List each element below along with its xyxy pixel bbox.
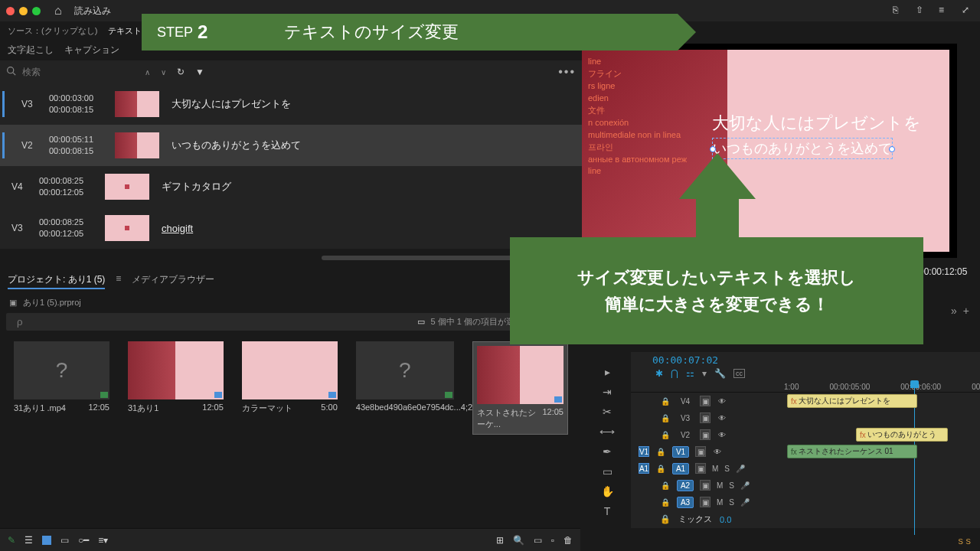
loading-label[interactable]: 読み込み <box>74 5 111 18</box>
clip[interactable]: fxネストされたシーケンス 01 <box>787 445 917 458</box>
sort-icon[interactable]: ≡▾ <box>98 535 108 546</box>
mute-icon[interactable]: ▣ <box>700 497 710 507</box>
track-header[interactable]: 🔒V4▣👁 <box>631 393 784 409</box>
fullscreen-icon[interactable]: ⤢ <box>962 5 974 17</box>
lock-icon[interactable]: 🔒 <box>660 396 671 406</box>
close-icon[interactable] <box>6 7 15 15</box>
lock-icon[interactable]: 🔒 <box>660 480 671 491</box>
add-icon[interactable]: + <box>963 305 969 317</box>
project-tab[interactable]: プロジェクト: あり1 (5) <box>8 273 105 289</box>
marker-icon[interactable]: ▾ <box>702 368 707 379</box>
home-icon[interactable]: ⌂ <box>54 4 62 18</box>
tab-menu-icon[interactable]: ≡ <box>116 273 121 289</box>
bin-item[interactable]: ? 31あり1 .mp412:05 <box>14 341 109 414</box>
type-tool-icon[interactable]: T <box>604 505 611 517</box>
text-line-1[interactable]: 大切な人にはプレゼントを <box>712 111 921 135</box>
track-header[interactable]: 🔒V2▣👁 <box>631 426 784 443</box>
caption-row[interactable]: V3 00:00:08:2500:00:12:05 choigift <box>0 207 582 249</box>
export-icon[interactable]: ⎘ <box>893 5 905 17</box>
mix-value[interactable]: 0.0 <box>720 515 731 524</box>
bin-item[interactable]: カラーマット5:00 <box>242 341 338 414</box>
bin-item[interactable]: ネストされたシーケ...12:05 <box>472 341 568 435</box>
track-header[interactable]: 🔒A3▣MS🎤 <box>631 494 784 510</box>
eye-icon[interactable]: 👁 <box>717 396 727 406</box>
snap-icon[interactable]: ✱ <box>655 368 663 379</box>
toggle-output-icon[interactable]: ▣ <box>695 446 706 457</box>
share-icon[interactable]: ⇧ <box>916 5 928 17</box>
track-header[interactable]: 🔒V3▣👁 <box>631 409 784 426</box>
freeform-icon[interactable]: ▭ <box>60 535 69 546</box>
clip[interactable]: fxいつものありがとう <box>856 428 948 442</box>
mic-icon[interactable]: 🎤 <box>740 498 750 507</box>
cc-icon[interactable]: cc <box>733 369 745 378</box>
track-header[interactable]: V1🔒V1▣👁 <box>631 443 784 460</box>
search-icon[interactable]: 🔍 <box>513 535 524 546</box>
bin-item[interactable]: ? 43e8bed490a6e0e7954dc...4;29 <box>356 341 454 412</box>
clip[interactable]: fx大切な人にはプレゼントを <box>787 394 917 408</box>
magnet-icon[interactable]: ⋂ <box>671 368 678 379</box>
track-header[interactable]: 🔒A2▣MS🎤 <box>631 477 784 494</box>
chevron-right-icon[interactable]: » <box>951 305 957 317</box>
timeline-ruler[interactable]: 1:00 00:00:05:00 00:00:06:00 00:00:07:00 <box>631 382 980 393</box>
lock-icon[interactable]: 🔒 <box>660 412 671 423</box>
project-search-input[interactable] <box>17 316 411 328</box>
grid-view-icon[interactable] <box>42 536 51 545</box>
eye-icon[interactable]: 👁 <box>712 446 723 457</box>
bin-item[interactable]: 31あり112:05 <box>128 341 224 414</box>
prev-caret-icon[interactable]: ∧ <box>145 68 150 77</box>
rectangle-icon[interactable]: ▭ <box>603 465 612 478</box>
toggle-output-icon[interactable]: ▣ <box>700 396 710 406</box>
mute-icon[interactable]: ▣ <box>700 480 710 491</box>
eye-icon[interactable]: 👁 <box>717 429 727 440</box>
pen-icon[interactable]: ✒ <box>603 445 612 458</box>
source-tab[interactable]: ソース：(クリップなし) <box>8 25 97 37</box>
selection-tool-icon[interactable]: ▸ <box>605 366 610 378</box>
link-icon[interactable]: ⚏ <box>686 368 694 379</box>
settings-icon[interactable]: ⊞ <box>496 535 504 546</box>
transcribe-tab[interactable]: 文字起こし <box>8 44 54 57</box>
wrench-icon[interactable]: 🔧 <box>714 368 726 379</box>
mic-icon[interactable]: 🎤 <box>740 481 750 490</box>
zoom-slider[interactable]: ○━ <box>78 535 89 546</box>
toggle-output-icon[interactable]: ▣ <box>700 412 710 423</box>
maximize-icon[interactable] <box>32 7 41 15</box>
timeline-tracks[interactable]: fx大切な人にはプレゼントを fxいつものありがとう fxネストされたシーケンス… <box>784 393 980 528</box>
timeline-timecode[interactable]: 00:00:07:02 <box>652 354 718 366</box>
lock-icon[interactable]: 🔒 <box>660 514 671 524</box>
caption-row[interactable]: V3 00:00:03:0000:00:08:15 大切な人にはプレゼントを <box>0 83 582 125</box>
next-caret-icon[interactable]: ∨ <box>161 68 166 77</box>
menu-icon[interactable]: ≡ <box>939 5 951 17</box>
caption-tab[interactable]: キャプション <box>64 44 119 57</box>
hand-icon[interactable]: ✋ <box>601 485 614 497</box>
minimize-icon[interactable] <box>19 7 28 15</box>
toggle-output-icon[interactable]: ▣ <box>700 429 710 440</box>
list-icon[interactable]: ☰ <box>24 535 33 546</box>
source-patch[interactable]: A1 <box>639 463 649 474</box>
refresh-icon[interactable]: ↻ <box>177 67 185 77</box>
filter-icon[interactable]: ▼ <box>195 67 204 77</box>
slip-icon[interactable]: ⟷ <box>599 425 615 438</box>
lock-icon[interactable]: 🔒 <box>660 429 671 440</box>
caption-row[interactable]: V4 00:00:08:2500:00:12:05 ギフトカタログ <box>0 166 582 207</box>
lock-icon[interactable]: 🔒 <box>660 497 671 507</box>
mic-icon[interactable]: 🎤 <box>736 465 745 473</box>
track-select-icon[interactable]: ⇥ <box>603 386 612 398</box>
lock-icon[interactable]: 🔒 <box>655 463 666 474</box>
search-input[interactable] <box>22 67 137 77</box>
ripple-icon[interactable]: ✂ <box>603 406 612 418</box>
bin-icon[interactable]: ▭ <box>417 317 425 327</box>
new-bin-icon[interactable]: ▭ <box>534 535 542 546</box>
lock-icon[interactable]: 🔒 <box>655 446 666 457</box>
mute-icon[interactable]: ▣ <box>695 463 706 474</box>
media-browser-tab[interactable]: メディアブラウザー <box>132 273 214 289</box>
eye-icon[interactable]: 👁 <box>717 412 727 423</box>
source-patch[interactable]: V1 <box>639 446 649 457</box>
new-item-icon[interactable]: ▫ <box>551 535 554 546</box>
track-header[interactable]: A1🔒A1▣MS🎤 <box>631 460 784 477</box>
caption-row[interactable]: V2 00:00:05:1100:00:08:15 いつものありがとうを込めて <box>0 125 582 166</box>
text-tab[interactable]: テキスト <box>108 25 142 37</box>
pen-icon[interactable]: ✎ <box>8 535 15 546</box>
more-icon[interactable]: ••• <box>558 65 576 79</box>
program-canvas[interactable]: lineフライン rs ligneedien 文件n conexión mult… <box>582 44 957 258</box>
trash-icon[interactable]: 🗑 <box>564 535 573 546</box>
